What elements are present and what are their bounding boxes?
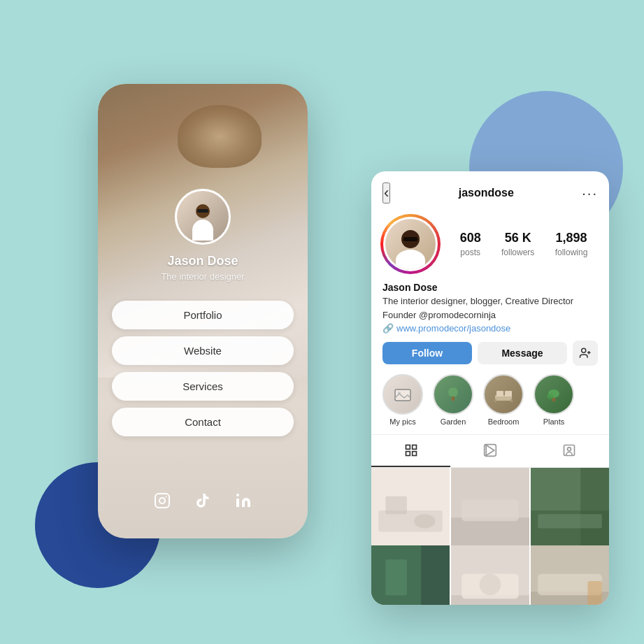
svg-point-30 bbox=[414, 515, 436, 529]
ig-highlight-garden-circle bbox=[433, 374, 473, 415]
svg-rect-15 bbox=[510, 399, 513, 402]
ig-posts-count: 608 bbox=[460, 231, 481, 245]
ig-following-label: following bbox=[555, 248, 588, 257]
ig-grid-item-5[interactable] bbox=[451, 545, 529, 605]
svg-rect-21 bbox=[406, 452, 410, 456]
ig-username: jasondose bbox=[459, 187, 514, 199]
ig-highlight-garden-label: Garden bbox=[441, 417, 466, 426]
ig-header: ‹ jasondose ··· bbox=[371, 171, 609, 209]
portfolio-button[interactable]: Portfolio bbox=[112, 301, 294, 329]
ig-follow-button[interactable]: Follow bbox=[382, 342, 472, 364]
ig-highlight-mypics-circle bbox=[382, 374, 423, 415]
svg-point-44 bbox=[480, 574, 501, 596]
link-icon: 🔗 bbox=[382, 323, 394, 334]
ig-stats-group: 608 posts 56 K followers 1,898 following bbox=[450, 231, 598, 258]
phone-button-list: Portfolio Website Services Contact bbox=[112, 301, 294, 443]
person-head bbox=[196, 204, 210, 218]
ig-following-stat: 1,898 following bbox=[555, 231, 588, 258]
ig-message-button[interactable]: Message bbox=[478, 342, 567, 364]
ig-bio-link[interactable]: 🔗 www.promodecor/jasondose bbox=[382, 323, 598, 334]
ig-grid-item-6[interactable] bbox=[531, 545, 609, 605]
svg-rect-13 bbox=[505, 391, 512, 396]
person-body bbox=[192, 220, 213, 241]
ig-bio-section: Jason Dose The interior designer, blogge… bbox=[371, 279, 609, 341]
instagram-icon[interactable] bbox=[152, 491, 172, 510]
svg-marker-23 bbox=[486, 445, 494, 456]
ig-following-count: 1,898 bbox=[555, 231, 588, 245]
svg-rect-0 bbox=[155, 494, 169, 508]
svg-rect-19 bbox=[406, 445, 410, 450]
ig-highlight-bedroom-circle bbox=[483, 374, 524, 415]
svg-point-26 bbox=[568, 448, 571, 451]
ig-highlight-bedroom-label: Bedroom bbox=[488, 417, 520, 426]
ig-highlights-row: My pics Garden Bedroom bbox=[371, 374, 609, 434]
svg-rect-20 bbox=[412, 445, 416, 450]
ig-person-body bbox=[396, 250, 425, 269]
svg-rect-33 bbox=[461, 500, 518, 522]
linkedin-icon[interactable] bbox=[234, 491, 253, 510]
ig-followers-label: followers bbox=[501, 248, 534, 257]
svg-rect-40 bbox=[385, 560, 407, 596]
sunglasses bbox=[197, 209, 208, 213]
phone-profile-picture bbox=[175, 189, 231, 245]
ig-highlight-plants-circle bbox=[534, 374, 574, 415]
ig-person-head bbox=[401, 230, 420, 248]
ig-content-tabs bbox=[371, 434, 609, 468]
svg-rect-27 bbox=[371, 468, 450, 546]
ig-avatar-wrapper bbox=[382, 216, 438, 272]
ig-bio-url: www.promodecor/jasondose bbox=[396, 323, 510, 334]
ig-bio-name: Jason Dose bbox=[382, 282, 598, 293]
tiktok-icon[interactable] bbox=[193, 491, 213, 510]
svg-rect-22 bbox=[412, 452, 416, 456]
ig-grid-item-4[interactable] bbox=[371, 545, 450, 605]
ig-followers-count: 56 K bbox=[501, 231, 534, 245]
phone-user-name: Jason Dose bbox=[98, 254, 308, 269]
ig-grid-item-2[interactable] bbox=[451, 468, 529, 546]
ig-person-figure bbox=[385, 219, 436, 269]
phone-avatar-inner bbox=[177, 191, 229, 243]
ig-posts-stat: 608 posts bbox=[460, 231, 481, 258]
ig-highlight-plants[interactable]: Plants bbox=[534, 374, 574, 426]
svg-rect-10 bbox=[452, 396, 455, 401]
person-silhouette bbox=[189, 204, 217, 243]
ig-grid-item-3[interactable] bbox=[531, 468, 609, 546]
ig-bio-description: The interior designer, blogger, Creative… bbox=[382, 295, 598, 308]
svg-rect-37 bbox=[538, 515, 602, 529]
ig-stats-row: 608 posts 56 K followers 1,898 following bbox=[371, 209, 609, 279]
phone-card: Jason Dose The interior designer Portfol… bbox=[98, 84, 308, 538]
phone-social-icons bbox=[98, 491, 308, 510]
ig-highlight-mypics-label: My pics bbox=[389, 417, 415, 426]
svg-rect-32 bbox=[451, 518, 529, 547]
svg-point-2 bbox=[166, 496, 167, 498]
ig-photo-grid bbox=[371, 468, 609, 605]
svg-point-4 bbox=[582, 349, 586, 353]
ig-tab-grid[interactable] bbox=[371, 435, 450, 467]
ig-highlight-plants-label: Plants bbox=[543, 417, 565, 426]
svg-point-9 bbox=[448, 387, 458, 397]
svg-rect-29 bbox=[385, 496, 407, 514]
ig-action-buttons: Follow Message bbox=[371, 341, 609, 374]
ig-highlight-mypics[interactable]: My pics bbox=[382, 374, 423, 426]
services-button[interactable]: Services bbox=[112, 372, 294, 401]
instagram-card: ‹ jasondose ··· 608 posts 56 bbox=[371, 171, 609, 605]
svg-rect-14 bbox=[494, 399, 496, 402]
svg-rect-36 bbox=[580, 468, 609, 546]
contact-button[interactable]: Contact bbox=[112, 408, 294, 436]
ig-add-person-button[interactable] bbox=[573, 341, 598, 366]
svg-point-1 bbox=[159, 498, 165, 503]
ig-back-button[interactable]: ‹ bbox=[382, 183, 390, 203]
ig-more-button[interactable]: ··· bbox=[582, 185, 598, 201]
ig-posts-label: posts bbox=[460, 248, 480, 257]
ig-person-glasses bbox=[403, 237, 417, 241]
website-button[interactable]: Website bbox=[112, 336, 294, 365]
ig-grid-item-1[interactable] bbox=[371, 468, 450, 546]
ig-tab-reels[interactable] bbox=[450, 435, 529, 467]
svg-rect-12 bbox=[496, 391, 503, 396]
phone-user-title: The interior designer bbox=[98, 271, 308, 282]
ig-highlight-bedroom[interactable]: Bedroom bbox=[483, 374, 524, 426]
ig-highlight-garden[interactable]: Garden bbox=[433, 374, 473, 426]
ig-followers-stat: 56 K followers bbox=[501, 231, 534, 258]
ig-avatar-image bbox=[385, 219, 436, 269]
svg-rect-18 bbox=[552, 398, 555, 401]
ig-tab-tagged[interactable] bbox=[530, 435, 609, 467]
